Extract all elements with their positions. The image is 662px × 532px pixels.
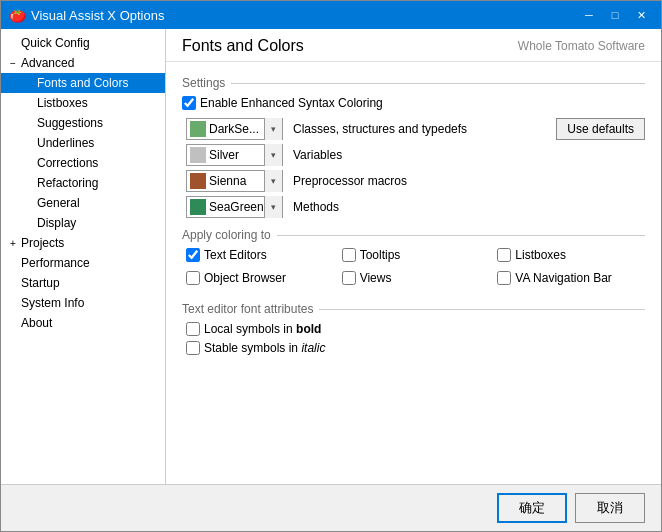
- sidebar-item-performance[interactable]: Performance: [1, 253, 165, 273]
- enable-syntax-row: Enable Enhanced Syntax Coloring: [182, 96, 645, 110]
- suggestions-label: Suggestions: [37, 116, 103, 130]
- color-dropdown-arrow-classes[interactable]: ▾: [264, 118, 282, 140]
- apply-item-tooltips: Tooltips: [342, 248, 490, 262]
- settings-section-label: Settings: [182, 76, 645, 90]
- sidebar-item-listboxes[interactable]: Listboxes: [1, 93, 165, 113]
- general-label: General: [37, 196, 80, 210]
- sidebar-item-system-info[interactable]: System Info: [1, 293, 165, 313]
- system-info-label: System Info: [21, 296, 84, 310]
- advanced-expand-icon: −: [5, 58, 21, 69]
- apply-section-label: Apply coloring to: [182, 228, 645, 242]
- apply-label-object-browser: Object Browser: [204, 271, 286, 285]
- color-swatch-methods: [190, 199, 206, 215]
- performance-label: Performance: [21, 256, 90, 270]
- projects-label: Projects: [21, 236, 64, 250]
- apply-grid: Text EditorsTooltipsListboxesObject Brow…: [186, 248, 645, 290]
- main-window: 🍅 Visual Assist X Options ─ □ ✕ Quick Co…: [0, 0, 662, 532]
- sidebar-item-startup[interactable]: Startup: [1, 273, 165, 293]
- main-panel: Fonts and Colors Whole Tomato Software S…: [166, 29, 661, 484]
- apply-label-listboxes2: Listboxes: [515, 248, 566, 262]
- color-dropdown-arrow-methods[interactable]: ▾: [264, 196, 282, 218]
- color-row-classes: DarkSe...▾Classes, structures and typede…: [186, 118, 645, 140]
- color-desc-methods: Methods: [293, 200, 339, 214]
- underlines-label: Underlines: [37, 136, 94, 150]
- color-select-variables[interactable]: Silver▾: [186, 144, 283, 166]
- apply-checkbox-va-nav-bar[interactable]: [497, 271, 511, 285]
- color-select-preprocessor[interactable]: Sienna▾: [186, 170, 283, 192]
- minimize-button[interactable]: ─: [577, 5, 601, 25]
- apply-item-text-editors: Text Editors: [186, 248, 334, 262]
- font-item-local-symbols: Local symbols in bold: [186, 322, 645, 336]
- color-dropdown-arrow-preprocessor[interactable]: ▾: [264, 170, 282, 192]
- corrections-label: Corrections: [37, 156, 98, 170]
- title-bar: 🍅 Visual Assist X Options ─ □ ✕: [1, 1, 661, 29]
- font-item-stable-symbols: Stable symbols in italic: [186, 341, 645, 355]
- refactoring-label: Refactoring: [37, 176, 98, 190]
- font-label-local-symbols: Local symbols in bold: [204, 322, 321, 336]
- color-rows: DarkSe...▾Classes, structures and typede…: [182, 118, 645, 218]
- advanced-label: Advanced: [21, 56, 74, 70]
- apply-label-tooltips: Tooltips: [360, 248, 401, 262]
- color-swatch-preprocessor: [190, 173, 206, 189]
- color-row-preprocessor: Sienna▾Preprocessor macros: [186, 170, 645, 192]
- apply-label-va-nav-bar: VA Navigation Bar: [515, 271, 612, 285]
- sidebar-item-fonts-and-colors[interactable]: Fonts and Colors: [1, 73, 165, 93]
- bottom-bar: 确定 取消: [1, 484, 661, 531]
- window-controls: ─ □ ✕: [577, 5, 653, 25]
- sidebar-item-refactoring[interactable]: Refactoring: [1, 173, 165, 193]
- color-desc-classes: Classes, structures and typedefs: [293, 122, 467, 136]
- color-swatch-classes: [190, 121, 206, 137]
- color-select-methods[interactable]: SeaGreen▾: [186, 196, 283, 218]
- close-button[interactable]: ✕: [629, 5, 653, 25]
- panel-header: Fonts and Colors Whole Tomato Software: [166, 29, 661, 62]
- app-icon: 🍅: [9, 7, 25, 23]
- apply-item-object-browser: Object Browser: [186, 271, 334, 285]
- apply-checkbox-tooltips[interactable]: [342, 248, 356, 262]
- color-select-classes[interactable]: DarkSe...▾: [186, 118, 283, 140]
- content-area: Quick Config−AdvancedFonts and ColorsLis…: [1, 29, 661, 484]
- color-desc-preprocessor: Preprocessor macros: [293, 174, 407, 188]
- use-defaults-button[interactable]: Use defaults: [556, 118, 645, 140]
- fonts-and-colors-label: Fonts and Colors: [37, 76, 128, 90]
- panel-subtitle: Whole Tomato Software: [518, 39, 645, 53]
- apply-checkbox-object-browser[interactable]: [186, 271, 200, 285]
- sidebar-item-projects[interactable]: +Projects: [1, 233, 165, 253]
- color-desc-variables: Variables: [293, 148, 342, 162]
- sidebar-item-display[interactable]: Display: [1, 213, 165, 233]
- sidebar-item-suggestions[interactable]: Suggestions: [1, 113, 165, 133]
- window-title: Visual Assist X Options: [31, 8, 577, 23]
- font-styled-text-local-symbols: bold: [296, 322, 321, 336]
- sidebar-item-advanced[interactable]: −Advanced: [1, 53, 165, 73]
- color-row-variables: Silver▾Variables: [186, 144, 645, 166]
- startup-label: Startup: [21, 276, 60, 290]
- color-swatch-variables: [190, 147, 206, 163]
- enable-syntax-label: Enable Enhanced Syntax Coloring: [200, 96, 383, 110]
- apply-checkbox-text-editors[interactable]: [186, 248, 200, 262]
- apply-checkbox-listboxes2[interactable]: [497, 248, 511, 262]
- font-rows: Local symbols in boldStable symbols in i…: [186, 322, 645, 355]
- font-checkbox-local-symbols[interactable]: [186, 322, 200, 336]
- font-styled-text-stable-symbols: italic: [301, 341, 325, 355]
- sidebar-item-quick-config[interactable]: Quick Config: [1, 33, 165, 53]
- enable-syntax-checkbox[interactable]: [182, 96, 196, 110]
- sidebar-item-underlines[interactable]: Underlines: [1, 133, 165, 153]
- panel-body: Settings Enable Enhanced Syntax Coloring…: [166, 62, 661, 484]
- color-dropdown-arrow-variables[interactable]: ▾: [264, 144, 282, 166]
- apply-checkbox-views[interactable]: [342, 271, 356, 285]
- color-name-classes: DarkSe...: [209, 122, 264, 136]
- color-name-variables: Silver: [209, 148, 264, 162]
- color-name-methods: SeaGreen: [209, 200, 264, 214]
- sidebar-item-corrections[interactable]: Corrections: [1, 153, 165, 173]
- sidebar-item-about[interactable]: About: [1, 313, 165, 333]
- maximize-button[interactable]: □: [603, 5, 627, 25]
- font-label-stable-symbols: Stable symbols in italic: [204, 341, 325, 355]
- apply-label-views: Views: [360, 271, 392, 285]
- apply-item-va-nav-bar: VA Navigation Bar: [497, 271, 645, 285]
- ok-button[interactable]: 确定: [497, 493, 567, 523]
- font-checkbox-stable-symbols[interactable]: [186, 341, 200, 355]
- color-name-preprocessor: Sienna: [209, 174, 264, 188]
- apply-label-text-editors: Text Editors: [204, 248, 267, 262]
- sidebar-item-general[interactable]: General: [1, 193, 165, 213]
- listboxes-label: Listboxes: [37, 96, 88, 110]
- cancel-button[interactable]: 取消: [575, 493, 645, 523]
